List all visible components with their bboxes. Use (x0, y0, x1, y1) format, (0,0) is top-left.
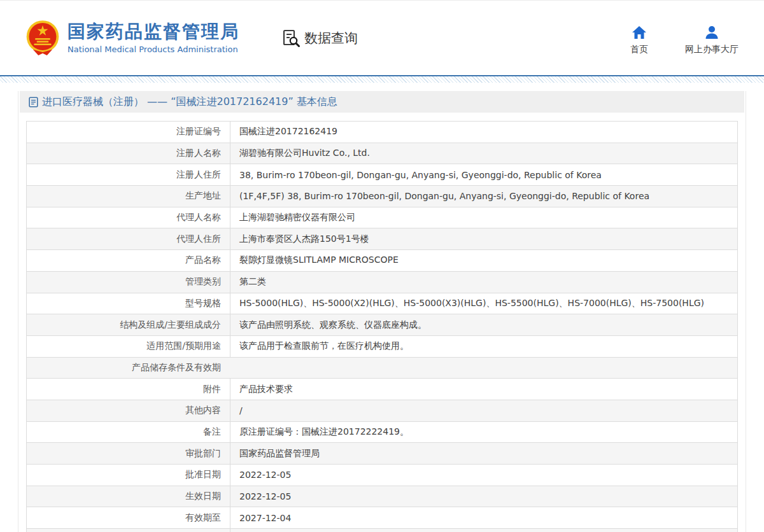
field-value: 38, Burim-ro 170beon-gil, Dongan-gu, Any… (230, 164, 737, 185)
nav-hall-label: 网上办事大厅 (685, 44, 739, 55)
field-label: 注册证编号 (27, 122, 230, 143)
field-value: (1F,4F,5F) 38, Burim-ro 170beon-gil, Don… (230, 186, 737, 207)
field-value: 国械注进20172162419 (230, 122, 737, 143)
page-title-bar: 进口医疗器械（注册） —— “国械注进20172162419” 基本信息 (20, 91, 744, 113)
table-row: 审批部门 国家药品监督管理局 (27, 443, 737, 465)
field-label: 注册人名称 (27, 143, 230, 164)
site-header: 国家药品监督管理局 National Medical Products Admi… (0, 0, 764, 75)
field-value: 第二类 (230, 272, 737, 293)
document-icon (29, 97, 38, 108)
field-value: 该产品由照明系统、观察系统、仪器底座构成。 (230, 314, 737, 335)
table-row: 生效日期 2022-12-05 (27, 486, 737, 508)
field-label: 适用范围/预期用途 (27, 336, 230, 357)
nav-service-hall[interactable]: 网上办事大厅 (685, 25, 739, 55)
field-label: 生效日期 (27, 486, 230, 507)
data-query-section[interactable]: 数据查询 (281, 29, 358, 48)
field-label: 产品名称 (27, 250, 230, 271)
field-value (230, 529, 737, 532)
field-value: / (230, 400, 737, 421)
field-value: HS-5000(HLG)、HS-5000(X2)(HLG)、HS-5000(X3… (230, 293, 737, 314)
table-row: 代理人住所 上海市奉贤区人杰路150号1号楼 (27, 228, 737, 250)
field-label: 管理类别 (27, 272, 230, 293)
field-value: 上海市奉贤区人杰路150号1号楼 (230, 228, 737, 249)
field-value: 国家药品监督管理局 (230, 443, 737, 464)
table-row: 注册证编号 国械注进20172162419 (27, 122, 737, 143)
nav-home[interactable]: 首页 (630, 25, 648, 55)
field-label: 产品储存条件及有效期 (27, 358, 230, 379)
registration-info-table: 注册证编号 国械注进20172162419 注册人名称 湖碧驰有限公司Huvit… (26, 121, 738, 532)
field-value: 2022-12-05 (230, 465, 737, 486)
field-label: 批准日期 (27, 465, 230, 486)
table-row: 批准日期 2022-12-05 (27, 465, 737, 486)
data-query-label: 数据查询 (304, 29, 358, 47)
table-row: 管理类别 第二类 (27, 272, 737, 293)
field-label: 代理人住所 (27, 228, 230, 249)
table-row: 适用范围/预期用途 该产品用于检查眼前节，在医疗机构使用。 (27, 336, 737, 358)
field-value: 湖碧驰有限公司Huvitz Co., Ltd. (230, 143, 737, 164)
data-query-icon (281, 29, 301, 48)
table-row: 其他内容 / (27, 400, 737, 422)
field-value: 裂隙灯显微镜SLITLAMP MICROSCOPE (230, 250, 737, 271)
field-value: 2027-12-04 (230, 507, 737, 528)
table-row: 附件 产品技术要求 (27, 379, 737, 400)
header-nav: 首页 网上办事大厅 (630, 20, 739, 55)
field-value: 该产品用于检查眼前节，在医疗机构使用。 (230, 336, 737, 357)
nav-home-label: 首页 (630, 44, 648, 55)
field-value: 产品技术要求 (230, 379, 737, 400)
field-value: 原注册证编号：国械注进20172222419。 (230, 422, 737, 443)
field-label: 注册人住所 (27, 164, 230, 185)
table-row: 生产地址 (1F,4F,5F) 38, Burim-ro 170beon-gil… (27, 186, 737, 207)
table-row: 注册人名称 湖碧驰有限公司Huvitz Co., Ltd. (27, 143, 737, 165)
table-row: 产品储存条件及有效期 (27, 358, 737, 379)
table-row: 型号规格 HS-5000(HLG)、HS-5000(X2)(HLG)、HS-50… (27, 293, 737, 315)
table-row: 产品名称 裂隙灯显微镜SLITLAMP MICROSCOPE (27, 250, 737, 272)
field-label: 结构及组成/主要组成成分 (27, 314, 230, 335)
content-container: 进口医疗器械（注册） —— “国械注进20172162419” 基本信息 注册证… (18, 91, 746, 532)
field-value: 2022-12-05 (230, 486, 737, 507)
national-emblem-icon (25, 20, 60, 57)
user-icon (704, 25, 719, 39)
field-label: 其他内容 (27, 400, 230, 421)
table-row: 有效期至 2027-12-04 (27, 507, 737, 529)
field-label (27, 529, 230, 532)
site-subtitle: National Medical Products Administration (67, 45, 239, 54)
table-row: 注册人住所 38, Burim-ro 170beon-gil, Dongan-g… (27, 164, 737, 186)
brand-text: 国家药品监督管理局 National Medical Products Admi… (67, 22, 239, 53)
site-title: 国家药品监督管理局 (67, 22, 239, 42)
brand[interactable]: 国家药品监督管理局 National Medical Products Admi… (25, 20, 239, 57)
field-label: 生产地址 (27, 186, 230, 207)
home-icon (632, 25, 647, 39)
field-label: 有效期至 (27, 507, 230, 528)
table-row: 代理人名称 上海湖碧驰精密仪器有限公司 (27, 207, 737, 229)
field-label: 备注 (27, 422, 230, 443)
field-label: 代理人名称 (27, 207, 230, 228)
field-label: 型号规格 (27, 293, 230, 314)
table-row (27, 529, 737, 532)
field-label: 附件 (27, 379, 230, 400)
table-row: 备注 原注册证编号：国械注进20172222419。 (27, 422, 737, 444)
hatch-pattern-band (0, 76, 764, 83)
field-value: 上海湖碧驰精密仪器有限公司 (230, 207, 737, 228)
page-title: 进口医疗器械（注册） —— “国械注进20172162419” 基本信息 (42, 95, 337, 109)
field-value (230, 358, 737, 379)
table-row: 结构及组成/主要组成成分 该产品由照明系统、观察系统、仪器底座构成。 (27, 314, 737, 336)
field-label: 审批部门 (27, 443, 230, 464)
